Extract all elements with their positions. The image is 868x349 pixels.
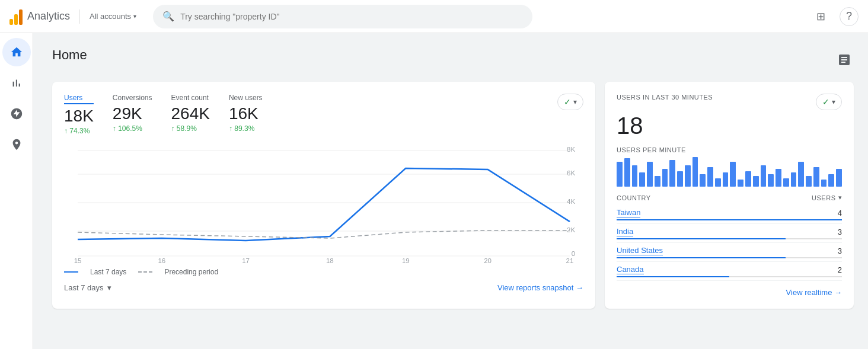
country-name[interactable]: United States xyxy=(617,246,663,255)
sidebar-item-explore[interactable] xyxy=(2,100,31,128)
bar-chart-bar xyxy=(662,169,668,187)
svg-text:8K: 8K xyxy=(567,146,576,153)
metric-item[interactable]: Conversions 29K ↑ 106.5% xyxy=(113,94,152,133)
period-selector[interactable]: Last 7 days ▾ xyxy=(64,283,111,292)
legend-dashed-line xyxy=(138,271,152,273)
metric-value: 264K xyxy=(171,104,210,123)
metric-change: ↑ 106.5% xyxy=(113,124,152,133)
period-chevron-icon: ▾ xyxy=(107,283,111,292)
app-title: Analytics xyxy=(27,10,70,23)
bar-chart-bar xyxy=(707,167,713,187)
sidebar-item-home[interactable] xyxy=(2,38,31,66)
metrics-area: Users 18K ↑ 74.3% Conversions 29K ↑ 106.… xyxy=(64,94,557,145)
logo-icon xyxy=(9,8,23,25)
country-row: United States 3 xyxy=(617,243,842,262)
country-row: Taiwan 4 xyxy=(617,205,842,224)
realtime-check-icon: ✓ xyxy=(822,97,829,107)
country-col-header: COUNTRY xyxy=(617,194,651,201)
sidebar xyxy=(0,33,33,349)
sidebar-item-advertising[interactable] xyxy=(2,130,31,159)
bar-chart-bar xyxy=(700,174,706,187)
legend-dashed-label: Preceding period xyxy=(164,268,218,276)
bar-chart-icon xyxy=(10,76,23,89)
country-bar-fill xyxy=(617,219,842,220)
realtime-label: USERS IN LAST 30 MINUTES xyxy=(617,94,713,101)
bar-chart-bar xyxy=(776,169,781,187)
bar-chart-bar xyxy=(813,167,819,187)
check-icon: ✓ xyxy=(564,97,571,107)
view-reports-link[interactable]: View reports snapshot → xyxy=(497,283,583,292)
bar-chart-bar xyxy=(647,162,653,187)
metric-value: 18K xyxy=(64,107,94,126)
bar-chart-bar xyxy=(806,176,812,187)
country-bar-fill xyxy=(617,257,786,258)
svg-text:6K: 6K xyxy=(567,170,576,177)
bar-chart-bar xyxy=(677,171,683,187)
main-content: Home Users 18K ↑ 74.3% Conversions 29K ↑… xyxy=(33,33,868,349)
compare-label: ▾ xyxy=(573,98,577,106)
country-bar-background xyxy=(617,257,842,258)
page-header: Home xyxy=(52,47,854,72)
metric-item[interactable]: Users 18K ↑ 74.3% xyxy=(64,94,94,135)
line-chart: 8K 6K 4K 2K 0 15 xyxy=(64,145,583,263)
country-row: India 3 xyxy=(617,224,842,243)
metric-value: 29K xyxy=(113,104,152,123)
bar-chart-bar xyxy=(791,172,797,187)
bar-chart-bar xyxy=(745,171,751,187)
explore-icon xyxy=(10,107,23,120)
ai-insights-icon[interactable] xyxy=(835,50,854,69)
search-bar[interactable]: 🔍 xyxy=(153,5,532,28)
svg-text:20: 20 xyxy=(484,258,492,263)
country-users-count: 3 xyxy=(838,228,842,236)
view-realtime-link[interactable]: View realtime → xyxy=(786,288,842,297)
topbar: Analytics All accounts ▾ 🔍 ⊞ ? xyxy=(0,0,868,33)
period-label: Last 7 days xyxy=(64,283,104,292)
bar-chart-bar xyxy=(783,178,789,187)
card-header: Users 18K ↑ 74.3% Conversions 29K ↑ 106.… xyxy=(64,94,583,145)
cards-row: Users 18K ↑ 74.3% Conversions 29K ↑ 106.… xyxy=(52,82,854,309)
country-users-count: 2 xyxy=(838,265,842,274)
svg-text:17: 17 xyxy=(242,258,250,263)
page-title: Home xyxy=(52,47,87,63)
chart-legend: Last 7 days Preceding period xyxy=(64,268,583,276)
bar-chart-bar xyxy=(632,165,638,187)
chart-area: 8K 6K 4K 2K 0 15 xyxy=(64,145,583,263)
metric-change: ↑ 74.3% xyxy=(64,127,94,135)
svg-text:21: 21 xyxy=(566,258,574,263)
accounts-label: All accounts xyxy=(90,12,131,21)
search-icon: 🔍 xyxy=(162,11,174,22)
compare-button[interactable]: ✓ ▾ xyxy=(557,94,583,110)
country-name[interactable]: Canada xyxy=(617,265,644,274)
legend-solid-label: Last 7 days xyxy=(90,268,126,276)
svg-text:2K: 2K xyxy=(567,227,576,233)
bar-chart-bar xyxy=(685,165,691,187)
country-bar-background xyxy=(617,276,842,277)
logo[interactable]: Analytics xyxy=(9,8,70,25)
country-table: COUNTRY USERS ▾ Taiwan 4 India 3 United … xyxy=(617,194,842,281)
country-users-count: 3 xyxy=(838,246,842,255)
bar-chart-bar xyxy=(693,157,698,187)
topbar-divider xyxy=(79,9,80,24)
country-name[interactable]: India xyxy=(617,227,633,236)
bar-chart-bar xyxy=(768,174,774,187)
bar-chart-bar xyxy=(738,180,743,187)
realtime-compare-button[interactable]: ✓ ▾ xyxy=(816,94,842,110)
realtime-card: USERS IN LAST 30 MINUTES ✓ ▾ 18 USERS PE… xyxy=(605,82,854,309)
country-name[interactable]: Taiwan xyxy=(617,208,640,217)
bar-chart-bar xyxy=(655,176,660,187)
country-bar-background xyxy=(617,238,842,239)
metric-change: ↑ 89.3% xyxy=(229,124,263,133)
country-users-count: 4 xyxy=(838,209,842,217)
all-accounts-dropdown[interactable]: All accounts ▾ xyxy=(90,12,136,21)
metric-item[interactable]: New users 16K ↑ 89.3% xyxy=(229,94,263,133)
metric-item[interactable]: Event count 264K ↑ 58.9% xyxy=(171,94,210,133)
country-bar-fill xyxy=(617,238,786,239)
sidebar-item-reports[interactable] xyxy=(2,69,31,97)
users-sort-icon: ▾ xyxy=(838,194,843,201)
search-input[interactable] xyxy=(180,12,523,21)
help-icon[interactable]: ? xyxy=(840,7,859,26)
users-per-minute-chart xyxy=(617,157,842,187)
apps-grid-icon[interactable]: ⊞ xyxy=(811,7,830,26)
realtime-number: 18 xyxy=(617,113,842,139)
country-bar-fill xyxy=(617,276,729,277)
